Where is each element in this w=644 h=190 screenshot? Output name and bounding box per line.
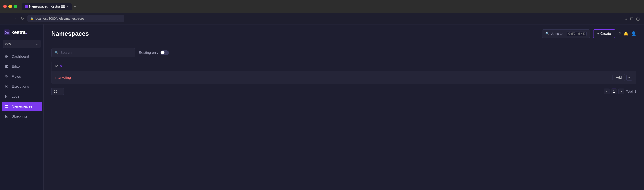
toggle-knob <box>161 51 164 54</box>
logs-icon <box>4 94 9 99</box>
header-actions: 🔍 Jump to... Ctrl/Cmd + K + Create ? 🔔 👤 <box>542 29 636 38</box>
svg-rect-6 <box>5 66 7 67</box>
main-content: Namespaces 🔍 Jump to... Ctrl/Cmd + K + C… <box>44 24 644 190</box>
sidebar-item-label: Logs <box>12 94 19 98</box>
search-icon: 🔍 <box>55 51 59 55</box>
sidebar-item-label: Blueprints <box>12 114 28 118</box>
grid-icon <box>4 54 9 59</box>
table-header: Id <box>52 61 636 71</box>
sidebar-item-label: Namespaces <box>12 104 32 108</box>
refresh-button[interactable]: ↻ <box>20 16 25 22</box>
page-number-button[interactable]: 1 <box>611 89 617 94</box>
nav-items: Dashboard Editor <box>0 52 44 121</box>
per-page-value: 25 <box>54 90 57 94</box>
search-input[interactable] <box>60 51 132 55</box>
total-count: Total: 1 <box>626 90 636 94</box>
minimize-button[interactable] <box>8 5 12 8</box>
row-actions: Add + <box>612 74 632 81</box>
svg-rect-7 <box>5 67 8 68</box>
sidebar-item-label: Editor <box>12 64 21 69</box>
svg-rect-2 <box>7 55 8 56</box>
user-icon[interactable]: 👤 <box>631 31 636 36</box>
sidebar-item-logs[interactable]: Logs <box>2 92 42 101</box>
tab-bar: Namespaces | Kestra EE ✕ + <box>22 3 77 10</box>
nav-actions: ☆ ◫ ◯ <box>624 17 640 21</box>
edit-icon <box>4 64 9 69</box>
toolbar: 🔍 Existing only <box>51 48 636 57</box>
tab-close-icon[interactable]: ✕ <box>66 5 68 8</box>
new-tab-button[interactable]: + <box>72 3 77 9</box>
traffic-lights <box>3 5 17 8</box>
page-controls: ‹ 1 › Total: 1 <box>604 89 636 94</box>
profile-icon[interactable]: ◯ <box>636 17 640 21</box>
namespace-link[interactable]: marketing <box>55 76 71 80</box>
add-button[interactable]: Add <box>612 74 625 81</box>
svg-rect-8 <box>5 75 6 76</box>
extensions-icon[interactable]: ◫ <box>630 17 634 21</box>
blueprints-icon <box>4 114 9 119</box>
sidebar: kestra. dev ⌄ Dashboard <box>0 24 44 190</box>
create-button[interactable]: + Create <box>593 29 615 38</box>
notification-icon[interactable]: 🔔 <box>623 31 628 36</box>
namespaces-icon <box>4 104 9 109</box>
browser-chrome: Namespaces | Kestra EE ✕ + <box>0 0 644 13</box>
chevron-down-icon: ⌄ <box>35 42 38 46</box>
url-text: localhost:8080/ui/dev/namespaces <box>35 17 84 20</box>
next-page-button[interactable]: › <box>618 89 624 94</box>
svg-rect-3 <box>5 57 6 58</box>
existing-only-label: Existing only <box>138 51 158 55</box>
svg-rect-13 <box>5 107 8 107</box>
env-name: dev <box>5 42 11 46</box>
address-bar[interactable]: 🔒 localhost:8080/ui/dev/namespaces <box>28 15 124 22</box>
content-area: 🔍 Existing only Id <box>44 43 644 190</box>
sidebar-item-flows[interactable]: Flows <box>2 72 42 81</box>
per-page-select[interactable]: 25 ⌄ <box>51 88 64 95</box>
sidebar-item-namespaces[interactable]: Namespaces <box>2 101 42 111</box>
tab-favicon <box>25 5 28 8</box>
namespaces-table: Id marketing Add + <box>51 61 636 84</box>
bookmark-icon[interactable]: ☆ <box>624 17 628 21</box>
svg-rect-9 <box>7 77 8 78</box>
help-icon[interactable]: ? <box>618 31 621 36</box>
fullscreen-button[interactable] <box>14 5 17 8</box>
existing-only-filter: Existing only <box>138 50 169 55</box>
jump-to-button[interactable]: 🔍 Jump to... Ctrl/Cmd + K <box>542 29 590 38</box>
logo-text: kestra. <box>11 29 27 35</box>
executions-icon <box>4 84 9 89</box>
existing-only-toggle[interactable] <box>160 50 169 55</box>
search-icon: 🔍 <box>546 32 550 36</box>
nav-bar: ← → ↻ 🔒 localhost:8080/ui/dev/namespaces… <box>0 13 644 24</box>
sidebar-item-label: Executions <box>12 84 29 89</box>
plus-button[interactable]: + <box>626 75 632 81</box>
main-header: Namespaces 🔍 Jump to... Ctrl/Cmd + K + C… <box>44 24 644 43</box>
env-selector[interactable]: dev ⌄ <box>2 40 41 48</box>
app-layout: kestra. dev ⌄ Dashboard <box>0 24 644 190</box>
sidebar-item-dashboard[interactable]: Dashboard <box>2 52 42 61</box>
active-tab[interactable]: Namespaces | Kestra EE ✕ <box>22 3 72 10</box>
svg-rect-4 <box>7 57 8 58</box>
keyboard-shortcut: Ctrl/Cmd + K <box>567 32 586 36</box>
pagination-bar: 25 ⌄ ‹ 1 › Total: 1 <box>51 88 636 95</box>
svg-rect-12 <box>5 105 8 106</box>
page-title: Namespaces <box>51 30 89 37</box>
sidebar-item-label: Flows <box>12 74 21 79</box>
flows-icon <box>4 74 9 79</box>
table-row: marketing Add + <box>52 71 636 84</box>
back-button[interactable]: ← <box>4 16 9 22</box>
sidebar-item-editor[interactable]: Editor <box>2 62 42 71</box>
sidebar-item-label: Dashboard <box>12 54 29 59</box>
forward-button[interactable]: → <box>12 16 18 22</box>
column-id-header: Id <box>55 64 62 68</box>
sidebar-item-blueprints[interactable]: Blueprints <box>2 112 42 121</box>
prev-page-button[interactable]: ‹ <box>604 89 610 94</box>
svg-rect-5 <box>5 65 8 66</box>
sidebar-item-executions[interactable]: Executions <box>2 82 42 91</box>
lock-icon: 🔒 <box>30 17 34 20</box>
col-id-label: Id <box>55 64 58 68</box>
chevron-down-icon: ⌄ <box>58 90 61 94</box>
sort-icon[interactable] <box>60 65 62 68</box>
search-field-wrap[interactable]: 🔍 <box>51 48 135 57</box>
logo-dot: . <box>26 29 27 35</box>
close-button[interactable] <box>3 5 7 8</box>
tab-title: Namespaces | Kestra EE <box>29 5 65 8</box>
